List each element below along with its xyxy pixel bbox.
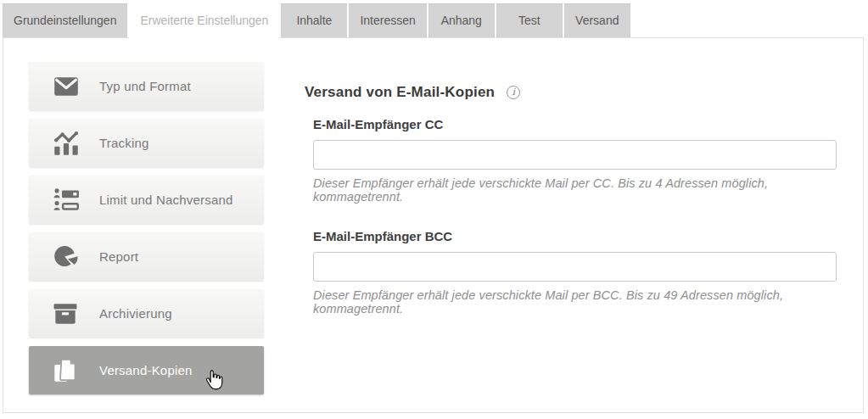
copy-pages-icon [53, 358, 82, 383]
cc-helper-text: Dieser Empfänger erhält jede verschickte… [313, 176, 848, 204]
info-circle-icon[interactable]: i [507, 86, 520, 99]
tab-erweiterte-einstellungen[interactable]: Erweiterte Einstellungen [129, 3, 279, 40]
sidebar-item-label: Versand-Kopien [99, 363, 193, 377]
mail-icon [53, 74, 82, 99]
tab-inhalte[interactable]: Inhalte [281, 3, 347, 37]
sidebar-item-label: Typ und Format [99, 79, 191, 93]
tab-interessen[interactable]: Interessen [349, 3, 426, 37]
sidebar-item-label: Report [99, 249, 138, 264]
field-bcc: E-Mail-Empfänger BCC Dieser Empfänger er… [313, 229, 848, 316]
sidebar-item-label: Archivierung [99, 306, 172, 321]
sidebar-item-label: Limit und Nachversand [99, 193, 233, 207]
tab-anhang[interactable]: Anhang [428, 3, 495, 37]
bcc-input[interactable] [313, 252, 837, 282]
page-title: Versand von E-Mail-Kopien [305, 84, 495, 101]
sidebar-item-limit-und-nachversand[interactable]: Limit und Nachversand [29, 176, 264, 224]
cc-input[interactable] [313, 140, 837, 170]
users-limit-icon [53, 187, 82, 213]
settings-panel: Typ und Format Tracking [3, 37, 864, 413]
chart-trend-icon [53, 131, 82, 156]
main-content: Versand von E-Mail-Kopien i E-Mail-Empfä… [305, 81, 848, 341]
sidebar-item-archivierung[interactable]: Archivierung [29, 289, 264, 338]
pie-chart-icon [53, 244, 82, 270]
sidebar-item-typ-und-format[interactable]: Typ und Format [29, 62, 264, 110]
sidebar-item-versand-kopien[interactable]: Versand-Kopien [29, 346, 264, 394]
content-header: Versand von E-Mail-Kopien i [305, 81, 848, 103]
bcc-helper-text: Dieser Empfänger erhält jede verschickte… [313, 288, 848, 316]
tab-test[interactable]: Test [496, 3, 563, 37]
archive-box-icon [53, 301, 82, 327]
bcc-field-label: E-Mail-Empfänger BCC [313, 229, 848, 243]
cc-field-label: E-Mail-Empfänger CC [313, 117, 848, 131]
tab-grundeinstellungen[interactable]: Grundeinstellungen [3, 3, 127, 37]
tab-versand[interactable]: Versand [564, 3, 630, 37]
field-cc: E-Mail-Empfänger CC Dieser Empfänger erh… [313, 117, 848, 204]
tab-bar: Grundeinstellungen Erweiterte Einstellun… [3, 3, 630, 40]
sidebar-item-tracking[interactable]: Tracking [29, 119, 264, 167]
sidebar-item-report[interactable]: Report [29, 232, 264, 281]
sidebar: Typ und Format Tracking [29, 62, 264, 403]
sidebar-item-label: Tracking [99, 136, 149, 150]
